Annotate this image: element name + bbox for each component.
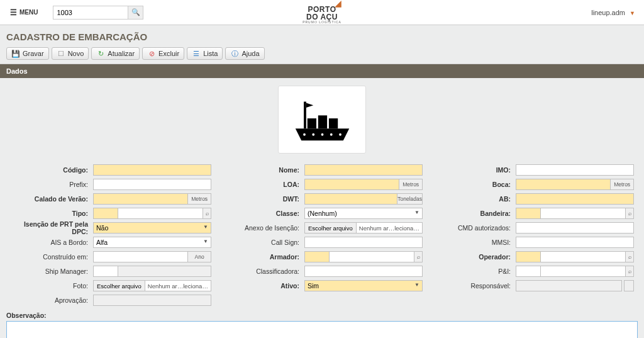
new-button[interactable]: ☐ Novo bbox=[52, 47, 89, 60]
svg-point-4 bbox=[303, 133, 306, 136]
input-shipmgr-desc bbox=[118, 266, 211, 277]
select-classe[interactable]: (Nenhum) bbox=[304, 208, 423, 219]
label-dwt: DWT: bbox=[221, 195, 304, 203]
unit-ano: Ano bbox=[188, 251, 211, 262]
help-button[interactable]: ⓘ Ajuda bbox=[225, 47, 264, 60]
select-ativo[interactable]: Sim bbox=[304, 280, 423, 291]
input-armador-desc[interactable] bbox=[330, 251, 414, 262]
observacao-wrap: Observação: bbox=[0, 307, 644, 338]
label-ativo: Ativo: bbox=[221, 282, 304, 290]
unit-metros: Metros bbox=[188, 193, 211, 205]
delete-button[interactable]: ⊘ Excluir bbox=[142, 47, 184, 60]
input-prefix[interactable] bbox=[93, 179, 211, 190]
form-grid: Código: Prefix: Calado de Verão: Metros … bbox=[0, 164, 644, 307]
input-codigo[interactable] bbox=[93, 164, 211, 176]
delete-icon: ⊘ bbox=[147, 50, 156, 58]
textarea-observacao[interactable] bbox=[6, 321, 638, 338]
input-tipo-code[interactable] bbox=[93, 208, 118, 219]
input-pi-code[interactable] bbox=[516, 266, 541, 277]
responsavel-extra-box bbox=[624, 280, 634, 291]
input-aprovacao bbox=[93, 295, 211, 306]
refresh-button[interactable]: ↻ Atualizar bbox=[91, 47, 140, 60]
input-tipo-desc[interactable] bbox=[118, 208, 203, 219]
select-isencao[interactable]: Não bbox=[93, 222, 211, 234]
logo: ◢ PORTO DO AÇU PRUMO LOGÍSTICA bbox=[303, 1, 341, 24]
save-label: Gravar bbox=[23, 50, 44, 57]
hamburger-icon: ☰ bbox=[10, 8, 17, 17]
list-button[interactable]: ☰ Lista bbox=[187, 47, 223, 60]
input-dwt[interactable] bbox=[304, 193, 397, 205]
caret-down-icon: ▼ bbox=[630, 10, 635, 16]
menu-label: MENU bbox=[19, 9, 38, 16]
input-armador-code[interactable] bbox=[304, 251, 330, 262]
input-ab[interactable] bbox=[516, 193, 634, 205]
label-imo: IMO: bbox=[433, 166, 516, 174]
select-ais[interactable]: Alfa bbox=[93, 237, 211, 248]
help-label: Ajuda bbox=[242, 50, 259, 57]
lookup-operador-button[interactable]: ⌕ bbox=[626, 251, 634, 262]
lookup-bandeira-button[interactable]: ⌕ bbox=[626, 208, 634, 219]
label-operador: Operador: bbox=[433, 253, 516, 261]
label-prefix: Prefix: bbox=[10, 181, 93, 188]
label-nome: Nome: bbox=[221, 166, 304, 174]
label-ais: AIS a Bordo: bbox=[10, 239, 93, 246]
file-anexo[interactable]: Escolher arquivo Nenhum ar…lecionado bbox=[304, 222, 423, 234]
input-imo[interactable] bbox=[516, 164, 634, 176]
label-classificadora: Classificadora: bbox=[221, 268, 304, 275]
unit-metros: Metros bbox=[611, 179, 634, 190]
page-title: CADASTRO DE EMBARCAÇÃO bbox=[0, 25, 644, 47]
input-classificadora[interactable] bbox=[304, 266, 423, 277]
input-bandeira-desc[interactable] bbox=[541, 208, 626, 219]
input-calado[interactable] bbox=[93, 193, 188, 205]
file-foto[interactable]: Escolher arquivo Nenhum ar…lecionado bbox=[93, 280, 211, 291]
lookup-pi-button[interactable]: ⌕ bbox=[626, 266, 634, 277]
svg-rect-3 bbox=[304, 102, 306, 129]
search-input[interactable] bbox=[53, 6, 128, 20]
file-choose-button[interactable]: Escolher arquivo bbox=[94, 281, 145, 291]
menu-button[interactable]: ☰ MENU bbox=[6, 6, 42, 20]
user-menu[interactable]: lineup.adm ▼ bbox=[589, 6, 638, 19]
svg-rect-0 bbox=[307, 118, 316, 128]
label-callsign: Call Sign: bbox=[221, 239, 304, 246]
input-pi-desc[interactable] bbox=[541, 266, 626, 277]
save-button[interactable]: 💾 Gravar bbox=[6, 47, 49, 60]
input-nome[interactable] bbox=[304, 164, 423, 176]
top-bar: ☰ MENU 🔍 ◢ PORTO DO AÇU PRUMO LOGÍSTICA … bbox=[0, 0, 644, 25]
input-operador-desc[interactable] bbox=[541, 251, 626, 262]
search-icon: 🔍 bbox=[131, 8, 140, 16]
save-icon: 💾 bbox=[11, 50, 20, 58]
label-boca: Boca: bbox=[433, 181, 516, 188]
label-mmsi: MMSI: bbox=[433, 239, 516, 246]
label-pi: P&I: bbox=[433, 268, 516, 275]
svg-point-8 bbox=[339, 133, 341, 136]
lookup-icon: ⌕ bbox=[206, 210, 209, 217]
input-mmsi[interactable] bbox=[516, 237, 634, 248]
ship-icon bbox=[292, 94, 352, 145]
file-choose-button[interactable]: Escolher arquivo bbox=[305, 223, 357, 233]
logo-sub: PRUMO LOGÍSTICA bbox=[303, 21, 341, 24]
label-ab: AB: bbox=[433, 195, 516, 203]
refresh-icon: ↻ bbox=[96, 50, 105, 58]
input-boca[interactable] bbox=[516, 179, 611, 190]
lookup-armador-button[interactable]: ⌕ bbox=[414, 251, 423, 262]
lookup-tipo-button[interactable]: ⌕ bbox=[203, 208, 211, 219]
input-construido[interactable] bbox=[93, 251, 188, 262]
user-label: lineup.adm bbox=[591, 9, 625, 16]
svg-point-5 bbox=[312, 133, 314, 136]
form-col-3: IMO: Boca: Metros AB: Bandeira: ⌕ bbox=[433, 164, 634, 307]
label-cmd: CMD autorizados: bbox=[433, 224, 516, 232]
input-shipmgr-code[interactable] bbox=[93, 266, 118, 277]
svg-rect-2 bbox=[328, 118, 337, 128]
input-loa[interactable] bbox=[304, 179, 399, 190]
input-bandeira-code[interactable] bbox=[516, 208, 541, 219]
label-calado: Calado de Verão: bbox=[10, 195, 93, 203]
input-operador-code[interactable] bbox=[516, 251, 541, 262]
search-button[interactable]: 🔍 bbox=[128, 6, 143, 20]
lookup-icon: ⌕ bbox=[628, 254, 631, 260]
input-callsign[interactable] bbox=[304, 237, 423, 248]
label-loa: LOA: bbox=[221, 181, 304, 188]
label-observacao: Observação: bbox=[6, 312, 638, 319]
label-shipmgr: Ship Manager: bbox=[10, 268, 93, 275]
label-foto: Foto: bbox=[10, 282, 93, 290]
input-cmd[interactable] bbox=[516, 222, 634, 234]
